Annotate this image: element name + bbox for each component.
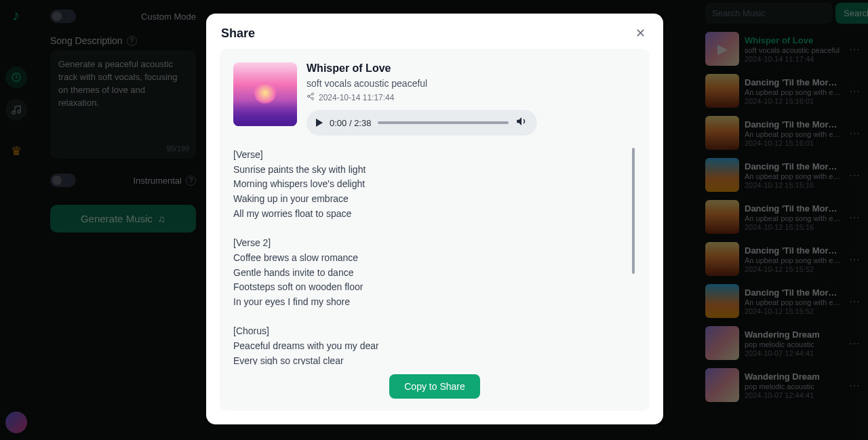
modal-title: Share xyxy=(221,26,255,41)
svg-point-3 xyxy=(312,93,314,95)
svg-point-5 xyxy=(312,98,314,100)
audio-player: 0:00 / 2:38 xyxy=(307,110,537,136)
svg-point-4 xyxy=(308,96,310,98)
scrollbar[interactable] xyxy=(632,148,635,274)
song-header: Whisper of Love soft vocals acoustic pea… xyxy=(233,62,636,136)
progress-bar[interactable] xyxy=(378,121,509,124)
modal-body: Whisper of Love soft vocals acoustic pea… xyxy=(220,49,650,411)
song-tags: soft vocals acoustic peaceful xyxy=(307,78,636,89)
volume-icon[interactable] xyxy=(515,115,528,130)
play-icon[interactable] xyxy=(316,119,323,127)
song-timestamp-row: 2024-10-14 11:17:44 xyxy=(307,92,636,102)
song-title: Whisper of Love xyxy=(307,62,636,75)
lyrics-text[interactable]: [Verse] Sunrise paints the sky with ligh… xyxy=(233,148,636,365)
song-timestamp: 2024-10-14 11:17:44 xyxy=(319,93,394,102)
copy-to-share-button[interactable]: Copy to Share xyxy=(389,374,480,399)
share-modal: Share ✕ Whisper of Love soft vocals acou… xyxy=(206,14,663,424)
close-icon[interactable]: ✕ xyxy=(633,24,648,42)
song-info: Whisper of Love soft vocals acoustic pea… xyxy=(307,62,636,136)
time-display: 0:00 / 2:38 xyxy=(330,118,371,128)
cover-art xyxy=(233,62,297,126)
modal-header: Share ✕ xyxy=(206,14,663,49)
share-icon xyxy=(307,92,315,102)
lyrics-container: [Verse] Sunrise paints the sky with ligh… xyxy=(233,148,636,365)
